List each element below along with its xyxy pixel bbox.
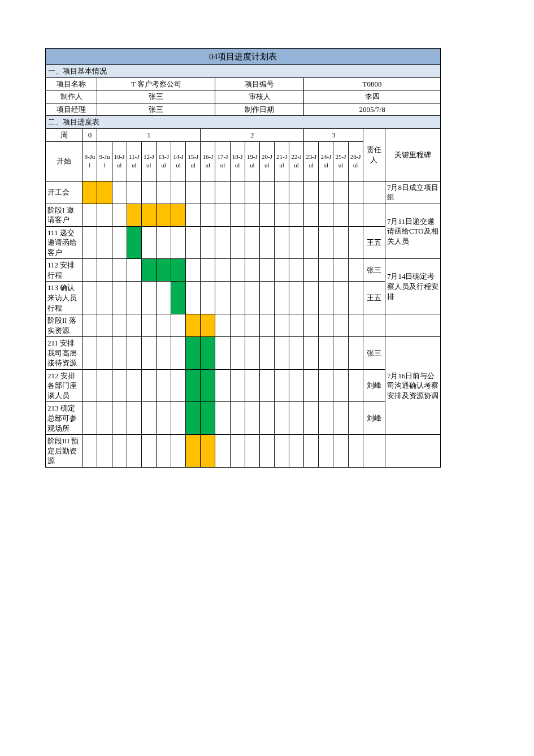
gantt-cell — [186, 226, 201, 259]
gantt-body: 开工会7月8日成立项目组阶段I 邀请客户7月11日递交邀请函给CTO及相关人员1… — [46, 181, 441, 467]
gantt-row: 阶段III 预定后勤资源 — [46, 435, 441, 468]
week-2: 2 — [201, 128, 304, 141]
gantt-cell — [245, 314, 259, 337]
gantt-cell — [141, 369, 156, 402]
gantt-cell — [230, 226, 245, 259]
gantt-cell — [97, 314, 112, 337]
gantt-cell — [201, 314, 215, 337]
gantt-cell — [289, 435, 304, 468]
gantt-cell — [319, 337, 333, 370]
day-14: 22-Jul — [289, 141, 304, 181]
day-11: 19-Jul — [245, 141, 259, 181]
owner-cell: 刘峰 — [363, 369, 385, 402]
gantt-cell — [319, 402, 333, 435]
gantt-cell — [259, 369, 274, 402]
gantt-row: 212 安排各部门座谈人员刘峰 — [46, 369, 441, 402]
day-2: 10-Jul — [112, 141, 127, 181]
gantt-cell — [201, 204, 215, 226]
gantt-cell — [304, 204, 319, 226]
gantt-cell — [83, 181, 97, 204]
gantt-cell — [289, 369, 304, 402]
gantt-cell — [230, 337, 245, 370]
gantt-cell — [112, 259, 127, 282]
gantt-cell — [259, 181, 274, 204]
info-row-1: 项目名称 T 客户考察公司 项目编号 T0808 — [46, 77, 441, 90]
gantt-cell — [156, 402, 171, 435]
milestone-cell — [385, 435, 440, 468]
gantt-cell — [97, 435, 112, 468]
owner-header: 责任人 — [363, 128, 385, 181]
gantt-cell — [171, 314, 186, 337]
gantt-cell — [156, 337, 171, 370]
gantt-cell — [201, 259, 215, 282]
day-7: 15-Jul — [186, 141, 201, 181]
gantt-cell — [274, 369, 289, 402]
gantt-cell — [201, 282, 215, 314]
gantt-cell — [156, 181, 171, 204]
owner-cell: 刘峰 — [363, 402, 385, 435]
gantt-cell — [245, 337, 259, 370]
gantt-cell — [215, 226, 230, 259]
start-label: 开始 — [46, 141, 83, 181]
gantt-cell — [215, 402, 230, 435]
gantt-cell — [186, 204, 201, 226]
gantt-cell — [97, 282, 112, 314]
date-value: 2005/7/8 — [304, 103, 441, 116]
gantt-cell — [348, 282, 363, 314]
gantt-cell — [333, 337, 348, 370]
day-3: 11-Jul — [127, 141, 141, 181]
section1-label: 一、项目基本情况 — [46, 65, 441, 78]
gantt-cell — [304, 282, 319, 314]
proj-code-value: T0808 — [304, 77, 441, 90]
gantt-cell — [156, 314, 171, 337]
date-label: 制作日期 — [215, 103, 304, 116]
gantt-cell — [274, 204, 289, 226]
week-header-row: 周 0 1 2 3 责任人 关键里程碑 — [46, 128, 441, 141]
gantt-row: 213 确定总部可参观场所刘峰 — [46, 402, 441, 435]
day-6: 14-Jul — [171, 141, 186, 181]
gantt-row: 阶段II 落实资源 — [46, 314, 441, 337]
gantt-cell — [319, 369, 333, 402]
gantt-cell — [141, 314, 156, 337]
gantt-cell — [127, 226, 141, 259]
gantt-cell — [319, 282, 333, 314]
gantt-cell — [289, 402, 304, 435]
pm-label: 项目经理 — [46, 103, 97, 116]
day-1: 9-Jul — [97, 141, 112, 181]
gantt-cell — [333, 282, 348, 314]
proj-name-label: 项目名称 — [46, 77, 97, 90]
gantt-cell — [274, 259, 289, 282]
gantt-cell — [201, 369, 215, 402]
day-0: 8-Jul — [83, 141, 97, 181]
gantt-cell — [83, 226, 97, 259]
task-name: 212 安排各部门座谈人员 — [46, 369, 83, 402]
owner-cell: 张三 — [363, 337, 385, 370]
gantt-row: 211 安排我司高层接待资源张三7月16日前与公司沟通确认考察安排及资源协调 — [46, 337, 441, 370]
owner-cell: 王五 — [363, 282, 385, 314]
gantt-cell — [112, 181, 127, 204]
gantt-cell — [319, 204, 333, 226]
day-18: 26-Jul — [348, 141, 363, 181]
gantt-cell — [333, 314, 348, 337]
owner-cell — [363, 435, 385, 468]
milestone-header: 关键里程碑 — [385, 128, 440, 181]
day-12: 20-Jul — [259, 141, 274, 181]
gantt-cell — [333, 369, 348, 402]
task-name: 阶段I 邀请客户 — [46, 204, 83, 226]
task-name: 211 安排我司高层接待资源 — [46, 337, 83, 370]
gantt-cell — [274, 282, 289, 314]
task-name: 开工会 — [46, 181, 83, 204]
milestone-cell: 7月14日确定考察人员及行程安排 — [385, 259, 440, 314]
gantt-cell — [127, 369, 141, 402]
gantt-cell — [83, 259, 97, 282]
task-name: 113 确认来访人员行程 — [46, 282, 83, 314]
gantt-cell — [215, 435, 230, 468]
gantt-cell — [127, 204, 141, 226]
gantt-cell — [319, 435, 333, 468]
gantt-cell — [215, 314, 230, 337]
gantt-cell — [97, 204, 112, 226]
gantt-cell — [156, 369, 171, 402]
owner-cell — [363, 181, 385, 204]
gantt-cell — [156, 435, 171, 468]
gantt-cell — [83, 402, 97, 435]
